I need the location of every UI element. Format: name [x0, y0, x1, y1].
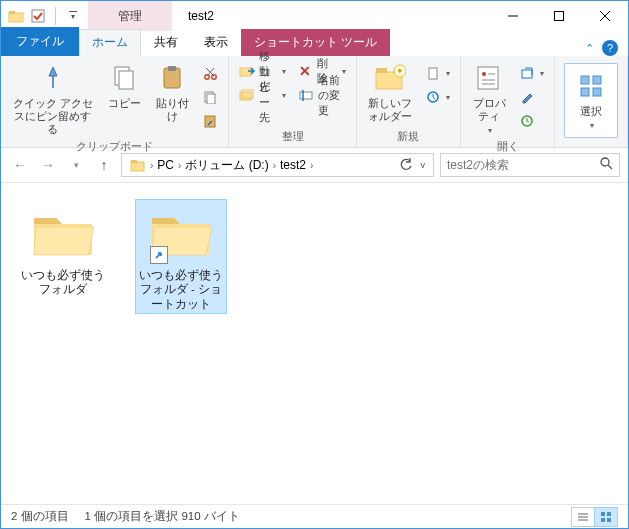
group-clipboard: クイック アクセスにピン留めする コピー 貼り付け クリップボード	[1, 56, 229, 147]
new-item-button[interactable]: ▾	[421, 62, 454, 84]
open-button[interactable]: ▾	[515, 62, 548, 84]
search-box[interactable]	[440, 153, 620, 177]
group-new: ✦ 新しいフォルダー ▾ ▾ 新規	[357, 56, 461, 147]
svg-rect-0	[9, 13, 23, 22]
svg-rect-18	[240, 68, 251, 76]
address-bar[interactable]: › PC › ボリューム (D:) › test2 › v	[121, 153, 434, 177]
svg-rect-36	[581, 76, 589, 84]
group-organize: 移動先▾ コピー先▾ ✕削除▾ 名前の変更 整理	[229, 56, 356, 147]
svg-rect-27	[429, 68, 437, 79]
recent-locations-button[interactable]: ▾	[65, 154, 87, 176]
item-name: いつも必ず使うフォルダ - ショートカット	[138, 268, 224, 311]
window-title: test2	[172, 1, 490, 31]
tab-home[interactable]: ホーム	[79, 29, 141, 56]
ribbon: クイック アクセスにピン留めする コピー 貼り付け クリップボード	[1, 56, 628, 148]
history-button[interactable]	[515, 110, 548, 132]
new-folder-button[interactable]: ✦ 新しいフォルダー	[363, 60, 417, 125]
search-icon[interactable]	[600, 157, 613, 173]
svg-rect-17	[205, 116, 215, 127]
help-icon[interactable]: ?	[602, 40, 618, 56]
easy-access-button[interactable]: ▾	[421, 86, 454, 108]
maximize-button[interactable]	[536, 1, 582, 31]
folder-icon	[7, 7, 25, 25]
ribbon-tabstrip: ファイル ホーム 共有 表示 ショートカット ツール ⌃ ?	[1, 31, 628, 56]
navigation-bar: ← → ▾ ↑ › PC › ボリューム (D:) › test2 › v	[1, 148, 628, 183]
svg-rect-38	[581, 88, 589, 96]
crumb-volume[interactable]: ボリューム (D:)	[181, 157, 272, 174]
rename-button[interactable]: 名前の変更	[294, 84, 350, 106]
svg-rect-40	[131, 162, 144, 171]
qat-dropdown-icon[interactable]: ▾	[64, 7, 82, 25]
edit-button[interactable]	[515, 86, 548, 108]
svg-rect-16	[207, 94, 215, 104]
forward-button[interactable]: →	[37, 154, 59, 176]
cut-button[interactable]	[198, 62, 222, 84]
tab-file[interactable]: ファイル	[1, 27, 79, 56]
group-select: 選択▾	[555, 56, 628, 147]
item-name: いつも必ず使うフォルダ	[20, 268, 106, 297]
item-count: 2 個の項目	[11, 509, 69, 524]
crumb-folder[interactable]: test2	[276, 158, 310, 172]
paste-shortcut-button[interactable]	[198, 110, 222, 132]
svg-line-43	[608, 165, 612, 169]
refresh-button[interactable]	[395, 158, 417, 172]
divider	[55, 7, 56, 25]
collapse-ribbon-icon[interactable]: ⌃	[585, 42, 594, 55]
minimize-button[interactable]	[490, 1, 536, 31]
svg-rect-8	[119, 71, 133, 89]
svg-rect-50	[607, 518, 611, 522]
crumb-pc[interactable]: PC	[153, 158, 178, 172]
svg-point-30	[482, 72, 486, 76]
pin-to-quick-access-button[interactable]: クイック アクセスにピン留めする	[7, 60, 98, 139]
group-open: プロパティ▾ ▾ 開く	[461, 56, 555, 147]
group-label: 整理	[229, 129, 355, 147]
svg-rect-39	[593, 88, 601, 96]
svg-rect-49	[601, 518, 605, 522]
chevron-right-icon[interactable]: ›	[310, 160, 313, 171]
view-toggle	[572, 507, 618, 527]
back-button[interactable]: ←	[9, 154, 31, 176]
copy-to-button[interactable]: コピー先▾	[235, 84, 290, 106]
contextual-tab-label: 管理	[88, 1, 172, 31]
folder-shortcut-icon	[142, 202, 220, 264]
tab-share[interactable]: 共有	[141, 29, 191, 56]
svg-rect-21	[300, 92, 312, 99]
tab-view[interactable]: 表示	[191, 29, 241, 56]
svg-rect-29	[478, 67, 498, 89]
shortcut-arrow-icon	[150, 246, 168, 264]
svg-point-42	[601, 158, 609, 166]
svg-rect-4	[555, 12, 564, 21]
selection-info: 1 個の項目を選択 910 バイト	[85, 509, 240, 524]
details-view-button[interactable]	[571, 507, 595, 527]
svg-rect-10	[168, 66, 176, 71]
folder-icon	[24, 202, 102, 264]
address-dropdown-button[interactable]: v	[417, 160, 430, 170]
list-item[interactable]: いつも必ず使うフォルダ	[17, 199, 109, 300]
explorer-window: ▾ 管理 test2 ファイル ホーム 共有 表示 ショートカット ツール ⌃ …	[0, 0, 629, 529]
window-controls	[490, 1, 628, 31]
copy-button[interactable]: コピー	[102, 60, 146, 112]
paste-button[interactable]: 貼り付け	[150, 60, 194, 125]
svg-rect-24	[376, 68, 387, 73]
icons-view-button[interactable]	[594, 507, 618, 527]
search-input[interactable]	[447, 158, 600, 172]
svg-rect-37	[593, 76, 601, 84]
copy-path-button[interactable]	[198, 86, 222, 108]
up-button[interactable]: ↑	[93, 154, 115, 176]
list-item[interactable]: いつも必ず使うフォルダ - ショートカット	[135, 199, 227, 314]
svg-text:✦: ✦	[396, 66, 404, 76]
file-list[interactable]: いつも必ず使うフォルダ いつも必ず使うフォルダ - ショートカット	[1, 183, 628, 504]
checkbox-icon[interactable]	[29, 7, 47, 25]
close-button[interactable]	[582, 1, 628, 31]
status-bar: 2 個の項目 1 個の項目を選択 910 バイト	[1, 504, 628, 528]
svg-rect-2	[32, 10, 44, 22]
folder-icon	[126, 157, 150, 173]
select-button[interactable]: 選択▾	[564, 63, 618, 138]
svg-rect-1	[9, 11, 15, 14]
svg-rect-34	[522, 70, 532, 78]
svg-rect-41	[131, 160, 137, 163]
svg-rect-48	[607, 512, 611, 516]
group-label: 新規	[357, 129, 460, 147]
properties-button[interactable]: プロパティ▾	[467, 60, 511, 139]
svg-rect-47	[601, 512, 605, 516]
